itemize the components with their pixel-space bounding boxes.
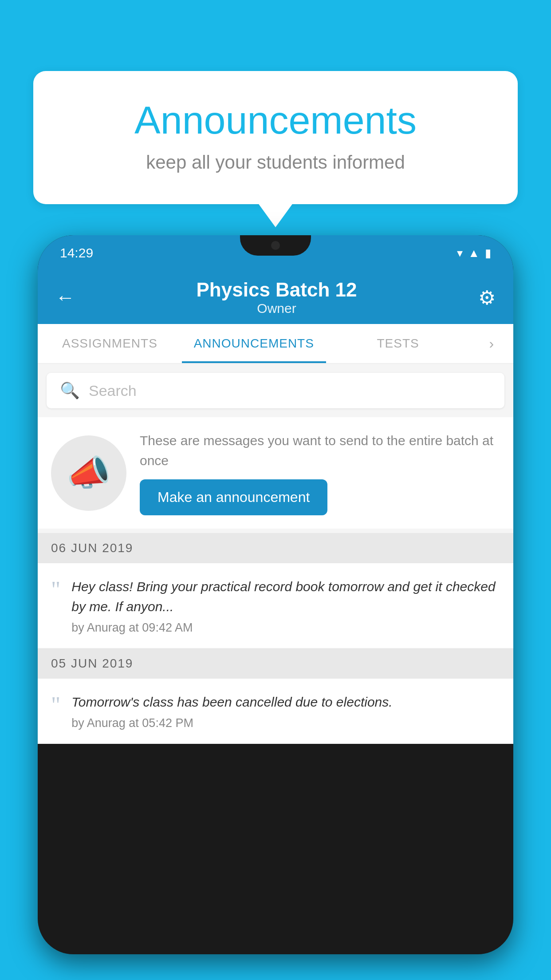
announcement-item-2[interactable]: " Tomorrow's class has been cancelled du… xyxy=(38,679,513,744)
promo-icon-circle: 📣 xyxy=(51,435,126,511)
announcements-subtitle: keep all your students informed xyxy=(69,152,482,173)
announcement-content-1: Hey class! Bring your practical record b… xyxy=(71,577,500,635)
phone-frame: 14:29 ▾ ▲ ▮ ← Physics Batch 12 Owner ⚙ A… xyxy=(38,235,513,954)
speech-bubble-container: Announcements keep all your students inf… xyxy=(33,71,518,204)
header-subtitle: Owner xyxy=(197,301,357,316)
camera xyxy=(271,241,280,250)
search-bar[interactable]: 🔍 Search xyxy=(47,373,504,408)
tab-assignments[interactable]: ASSIGNMENTS xyxy=(38,324,182,363)
back-button[interactable]: ← xyxy=(55,286,75,308)
search-placeholder: Search xyxy=(89,382,137,399)
settings-icon[interactable]: ⚙ xyxy=(478,286,496,309)
battery-icon: ▮ xyxy=(485,246,491,260)
promo-right: These are messages you want to send to t… xyxy=(140,431,500,515)
status-icons: ▾ ▲ ▮ xyxy=(457,246,491,260)
signal-icon: ▲ xyxy=(468,246,480,260)
content-area: 🔍 Search 📣 These are messages you want t… xyxy=(38,364,513,744)
megaphone-icon: 📣 xyxy=(67,452,111,494)
announcement-text-1: Hey class! Bring your practical record b… xyxy=(71,577,500,616)
date-label-1: 06 JUN 2019 xyxy=(51,541,133,555)
announcements-title: Announcements xyxy=(69,98,482,143)
header-title: Physics Batch 12 xyxy=(197,279,357,301)
announcement-item-1[interactable]: " Hey class! Bring your practical record… xyxy=(38,563,513,648)
promo-description: These are messages you want to send to t… xyxy=(140,431,500,470)
announcement-content-2: Tomorrow's class has been cancelled due … xyxy=(71,692,392,730)
speech-bubble: Announcements keep all your students inf… xyxy=(33,71,518,204)
tab-more[interactable]: › xyxy=(470,324,513,363)
announcement-text-2: Tomorrow's class has been cancelled due … xyxy=(71,692,392,712)
announcement-author-2: by Anurag at 05:42 PM xyxy=(71,716,392,730)
announcement-author-1: by Anurag at 09:42 AM xyxy=(71,621,500,635)
status-time: 14:29 xyxy=(60,245,93,261)
app-header: ← Physics Batch 12 Owner ⚙ xyxy=(38,271,513,324)
phone-container: 14:29 ▾ ▲ ▮ ← Physics Batch 12 Owner ⚙ A… xyxy=(38,235,513,980)
tab-announcements[interactable]: ANNOUNCEMENTS xyxy=(182,324,326,363)
phone-notch xyxy=(240,235,311,256)
quote-icon-1: " xyxy=(51,578,60,601)
promo-card: 📣 These are messages you want to send to… xyxy=(38,417,513,529)
wifi-icon: ▾ xyxy=(457,246,463,260)
header-center: Physics Batch 12 Owner xyxy=(197,279,357,316)
make-announcement-button[interactable]: Make an announcement xyxy=(140,479,327,515)
search-icon: 🔍 xyxy=(60,381,80,400)
date-section-2: 05 JUN 2019 xyxy=(38,648,513,679)
date-section-1: 06 JUN 2019 xyxy=(38,533,513,563)
status-bar: 14:29 ▾ ▲ ▮ xyxy=(38,235,513,271)
tab-tests[interactable]: TESTS xyxy=(326,324,470,363)
tabs-bar: ASSIGNMENTS ANNOUNCEMENTS TESTS › xyxy=(38,324,513,364)
date-label-2: 05 JUN 2019 xyxy=(51,656,133,670)
quote-icon-2: " xyxy=(51,694,60,717)
